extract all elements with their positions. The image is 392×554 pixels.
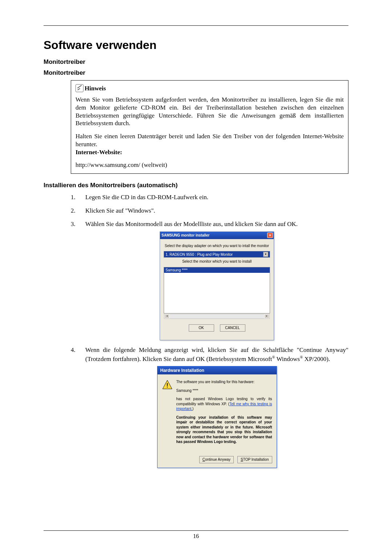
continue-rest: ontinue Anyway [205, 457, 230, 462]
stop-installation-button[interactable]: STOP Installation [237, 456, 272, 463]
stop-rest: TOP Installation [243, 457, 269, 462]
installer-body: Select the display adapter on which you … [160, 239, 274, 335]
continue-c: C [203, 457, 205, 462]
reg-mark-1: ® [272, 355, 275, 359]
step-1: Legen Sie die CD in das CD-ROM-Laufwerk … [71, 193, 348, 202]
monitor-list-item[interactable]: Samsung **** [164, 267, 270, 273]
note-p2-text: Halten Sie einen leeren Datenträger bere… [75, 133, 344, 148]
reg-mark-2: ® [300, 355, 303, 359]
cancel-button[interactable]: CANCEL [220, 324, 245, 332]
heading-install-auto: Installieren des Monitortreibers (automa… [44, 182, 348, 189]
page-number: 16 [193, 533, 199, 539]
hwdlg-p3: has not passed Windows Logo testing to v… [176, 397, 272, 411]
heading-monitortreiber-2: Monitortreiber [44, 69, 348, 77]
note-website-label: Internet-Website: [75, 149, 122, 156]
hwdlg-p3b: ) [192, 407, 193, 411]
step-3-text: Wählen Sie das Monitormodell aus der Mod… [85, 221, 298, 227]
monitor-list[interactable]: Samsung **** ◂ ▸ [164, 267, 270, 313]
installer-titlebar: SAMSUNG monitor installer × [160, 232, 274, 239]
continue-anyway-button[interactable]: Continue Anyway [199, 456, 234, 463]
step-2: Klicken Sie auf "Windows". [71, 207, 348, 215]
hwdlg-p1: The software you are installing for this… [176, 379, 272, 385]
ok-button[interactable]: OK [189, 324, 214, 332]
warning-icon: ! [162, 379, 173, 390]
note-url: http://www.samsung.com/ (weltweit) [75, 161, 344, 169]
page-title: Software verwenden [44, 38, 348, 52]
scroll-left-icon[interactable]: ◂ [164, 314, 170, 319]
samsung-monitor-installer-dialog: SAMSUNG monitor installer × Select the d… [160, 231, 274, 340]
adapter-selected: 1. RADEON 9550 : Plug and Play Monitor [166, 252, 233, 257]
installer-label-adapter: Select the display adapter on which you … [164, 243, 270, 249]
step-4: Wenn die folgende Meldung angezeigt wird… [71, 346, 348, 468]
hwdlg-p2: Samsung **** [176, 388, 272, 393]
page-footer: 16 [44, 530, 348, 539]
note-paragraph-1: Wenn Sie vom Betriebssystem aufgefordert… [75, 96, 344, 127]
note-header: Hinweis [75, 84, 344, 92]
note-paragraph-2: Halten Sie einen leeren Datenträger bere… [75, 132, 344, 156]
hardware-installation-dialog: Hardware Installation ! The software you… [157, 366, 277, 468]
svg-text:!: ! [166, 382, 168, 389]
note-title: Hinweis [85, 85, 106, 92]
close-icon[interactable]: × [267, 233, 273, 238]
hwdlg-p4: Continuing your installation of this sof… [176, 415, 272, 444]
installer-label-monitor: Select the monitor which you want to ins… [164, 259, 270, 264]
hwdlg-body: ! The software you are installing for th… [158, 374, 277, 453]
note-box: Hinweis Wenn Sie vom Betriebssystem aufg… [71, 80, 348, 174]
scroll-right-icon[interactable]: ▸ [264, 314, 269, 319]
hwdlg-titlebar: Hardware Installation [158, 366, 277, 374]
step-3: Wählen Sie das Monitormodell aus der Mod… [71, 220, 348, 340]
chevron-down-icon[interactable]: ▾ [263, 252, 268, 257]
hwdlg-buttons: Continue Anyway STOP Installation [158, 453, 277, 468]
adapter-dropdown[interactable]: 1. RADEON 9550 : Plug and Play Monitor ▾ [164, 251, 270, 258]
step-4-text-c: XP/2000). [303, 355, 330, 362]
horizontal-scrollbar[interactable]: ◂ ▸ [164, 314, 270, 319]
hwdlg-text: The software you are installing for this… [176, 379, 272, 448]
header-rule [44, 25, 348, 26]
steps-list: Legen Sie die CD in das CD-ROM-Laufwerk … [71, 193, 348, 468]
note-icon [75, 84, 83, 92]
stop-s: S [241, 457, 243, 462]
installer-title-text: SAMSUNG monitor installer [162, 233, 209, 238]
heading-monitortreiber-1: Monitortreiber [44, 58, 348, 66]
installer-buttons: OK CANCEL [164, 324, 270, 332]
step-4-text-b: Windows [275, 355, 300, 362]
